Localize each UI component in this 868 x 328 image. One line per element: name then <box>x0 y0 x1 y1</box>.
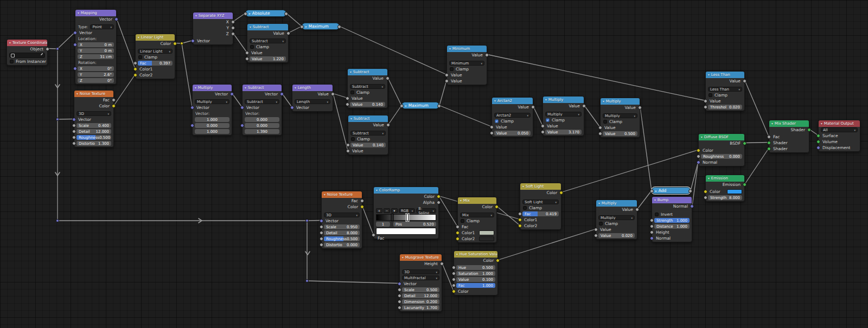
socket-purple[interactable] <box>190 124 194 127</box>
minimum-header[interactable]: ▾Minimum <box>447 46 487 52</box>
socket-gray[interactable] <box>650 218 654 222</box>
socket-yellow[interactable] <box>495 205 499 209</box>
linear-light[interactable]: ▾Linear LightColorLinear Light▾ClampFac0… <box>135 34 175 79</box>
linear-light-clamp-checkbox[interactable]: Clamp <box>136 54 175 60</box>
noise-texture-1-scale-field[interactable]: Scale0.400 <box>76 123 111 128</box>
socket-gray[interactable] <box>320 231 323 235</box>
socket-gray[interactable] <box>638 106 642 110</box>
socket-purple[interactable] <box>73 43 77 47</box>
socket-gray[interactable] <box>398 288 401 292</box>
socket-gray[interactable] <box>452 278 456 281</box>
multiply-3-clamp-checkbox[interactable]: Clamp <box>596 221 637 227</box>
socket-gray[interactable] <box>688 189 692 193</box>
musgrave-texture-dimension-field[interactable]: Dimension0.200 <box>402 299 439 304</box>
colorramp-gradient-bar[interactable] <box>376 214 436 221</box>
musgrave-texture-header[interactable]: ▾Musgrave Texture <box>400 254 442 261</box>
socket-yellow[interactable] <box>437 195 441 198</box>
material-output-all-select[interactable]: All▾ <box>821 127 858 132</box>
absolute[interactable]: ▸Absolute <box>245 10 286 17</box>
multiply-1[interactable]: ▾MultiplyValueMultiply▾✓ClampValueValue3… <box>542 96 584 136</box>
subtract-bottom-value-field[interactable]: Value0.140 <box>350 143 386 147</box>
diffuse-bsdf-roughness-field[interactable]: Roughness0.000 <box>701 154 742 159</box>
checkbox-icon[interactable] <box>709 93 712 97</box>
checkbox-icon[interactable]: ✓ <box>546 118 550 122</box>
socket-purple[interactable] <box>190 106 194 110</box>
socket-gray[interactable] <box>650 189 654 193</box>
reroute-node[interactable] <box>180 42 183 44</box>
socket-green[interactable] <box>743 183 746 186</box>
socket-purple[interactable] <box>240 106 244 110</box>
noise-texture-2-detail-field[interactable]: Detail8.000 <box>324 230 360 235</box>
mapping-z-field[interactable]: Z31 cm <box>78 54 114 59</box>
socket-gray[interactable] <box>452 272 456 275</box>
soft-light[interactable]: ▾Soft LightColorSoft Light▾ClampFac0.419… <box>520 183 561 230</box>
socket-gray[interactable] <box>372 233 375 237</box>
soft-light-clamp-checkbox[interactable]: Clamp <box>520 205 561 211</box>
noise-texture-2-header[interactable]: ▾Noise Texture <box>322 191 362 198</box>
socket-yellow[interactable] <box>518 224 522 228</box>
mix[interactable]: ▾MixColorMix▾ClampFacColor1Color2 <box>457 197 497 243</box>
checkbox-icon[interactable] <box>655 213 659 216</box>
material-output[interactable]: ▾Material OutputAll▾SurfaceVolumeDisplac… <box>818 120 860 152</box>
subtract-bottom-subtract-select[interactable]: Subtract▾ <box>350 131 386 136</box>
socket-purple[interactable] <box>72 118 76 121</box>
socket-gray[interactable] <box>490 131 494 135</box>
arctan2[interactable]: ▾Arctan2ValueArctan2▾✓ClampValueValue0.0… <box>492 97 533 137</box>
socket-purple[interactable] <box>280 92 284 96</box>
noise-texture-2-3d-select[interactable]: 3D▾ <box>324 213 360 217</box>
socket-gray[interactable] <box>582 104 586 108</box>
add-stop-button[interactable]: + <box>376 208 382 213</box>
mapping[interactable]: ▾MappingVectorType:Point▾VectorLocation:… <box>75 9 117 85</box>
multiply-1-clamp-checkbox[interactable]: ✓Clamp <box>543 117 584 123</box>
socket-purple[interactable] <box>398 282 401 286</box>
hue-saturation-value-fac-field[interactable]: Fac1.000 <box>456 283 495 288</box>
colorramp-color-mode-select[interactable]: RGB▾ <box>399 208 415 213</box>
eyedropper-icon[interactable] <box>39 53 44 58</box>
socket-yellow[interactable] <box>518 218 522 222</box>
minimum-minimum-select[interactable]: Minimum▾ <box>449 61 484 66</box>
checkbox-icon[interactable] <box>523 206 527 210</box>
socket-purple[interactable] <box>240 124 244 127</box>
less-than-threshol-field[interactable]: Threshol0.020 <box>708 105 742 110</box>
ramp-handle[interactable] <box>406 214 409 221</box>
bump-invert-checkbox[interactable]: Invert <box>652 211 692 217</box>
socket-gray[interactable] <box>300 25 304 29</box>
socket-gray[interactable] <box>245 57 249 61</box>
mix-shader-header[interactable]: ▾Mix Shader <box>769 120 809 127</box>
socket-gray[interactable] <box>704 105 707 109</box>
subtract-top-subtract-select[interactable]: Subtract▾ <box>350 84 385 89</box>
socket-yellow[interactable] <box>559 191 563 195</box>
socket-purple[interactable] <box>320 219 323 223</box>
noise-texture-2-scale-field[interactable]: Scale0.950 <box>324 224 360 229</box>
multiply-vector[interactable]: ▾MultiplyVectorMultiply▾VectorVector:1.0… <box>192 84 232 136</box>
socket-gray[interactable] <box>72 142 76 145</box>
subtract-bottom[interactable]: ▾SubtractValueSubtract▾ClampValue0.140Va… <box>348 115 388 155</box>
hue-saturation-value-header[interactable]: ▾Hue Saturation Value <box>454 251 497 258</box>
emission-color-swatch[interactable] <box>727 189 742 194</box>
mix-header[interactable]: ▾Mix <box>458 197 496 204</box>
noise-texture-2-roughness-field[interactable]: Roughness0.500 <box>324 236 360 241</box>
socket-gray[interactable] <box>231 20 235 24</box>
socket-gray[interactable] <box>231 26 235 30</box>
multiply-1-value-field[interactable]: Value3.170 <box>545 130 582 134</box>
reroute-node[interactable] <box>305 279 308 282</box>
musgrave-texture-lacunarity-field[interactable]: Lacunarity1.700 <box>402 305 439 310</box>
socket-purple[interactable] <box>697 160 700 164</box>
length-length-select[interactable]: Length▾ <box>295 99 330 104</box>
checkbox-icon[interactable] <box>138 55 142 59</box>
bump-strength-field[interactable]: Strength1.000 <box>654 218 690 223</box>
musgrave-texture-3d-select[interactable]: 3D▾ <box>402 269 439 274</box>
colorramp-pos-field[interactable]: Pos0.520 <box>393 222 436 227</box>
checkbox-icon[interactable] <box>603 120 607 124</box>
socket-gray[interactable] <box>244 12 247 16</box>
socket-gray[interactable] <box>112 98 116 102</box>
socket-gray[interactable] <box>337 25 341 29</box>
separate-xyz[interactable]: ▾Separate XYZXYZVector <box>193 12 233 45</box>
subtract-vector[interactable]: ▾SubtractVectorSubtract▾VectorVector:0.0… <box>242 84 282 136</box>
multiply-1-multiply-select[interactable]: Multiply▾ <box>545 112 582 117</box>
socket-gray[interactable] <box>72 130 76 133</box>
reroute-node[interactable] <box>56 47 59 50</box>
multiply-vector-1-000-field[interactable]: 1.000 <box>195 117 229 122</box>
checkbox-icon[interactable] <box>350 91 354 94</box>
socket-gray[interactable] <box>440 262 444 266</box>
